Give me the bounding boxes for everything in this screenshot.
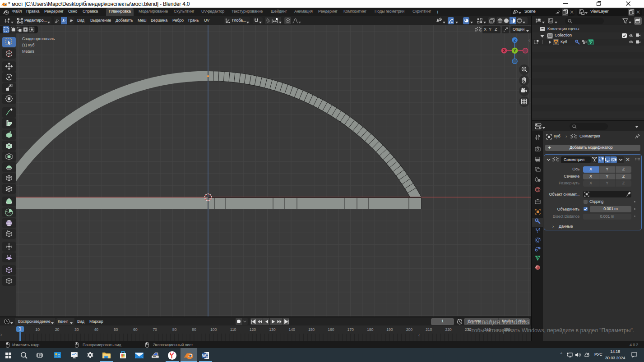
svg-text:W: W [202, 353, 206, 358]
